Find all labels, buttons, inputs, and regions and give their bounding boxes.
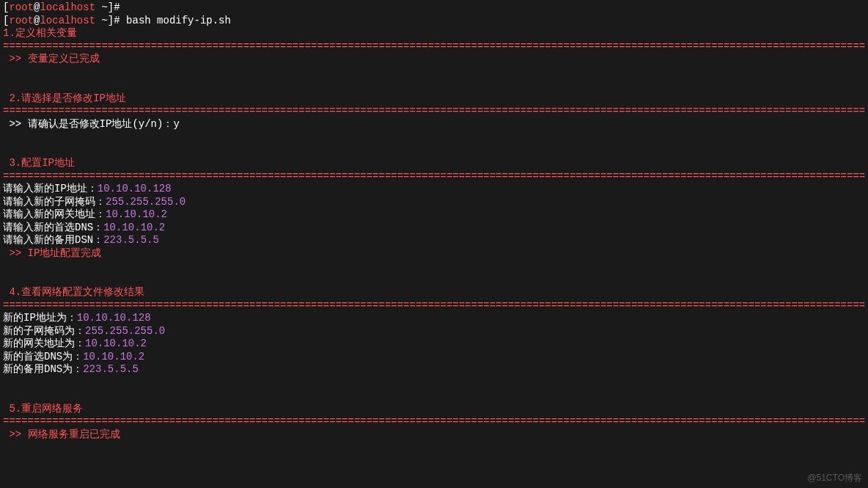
dns1-value: 10.10.10.2 (103, 222, 165, 233)
result-netmask: 新的子网掩码为：255.255.255.0 (3, 325, 865, 338)
section5-title: 5.重启网络服务 (3, 403, 865, 416)
input-gateway[interactable]: 请输入新的网关地址：10.10.10.2 (3, 208, 865, 222)
gateway-value: 10.10.10.2 (106, 208, 167, 220)
input-netmask[interactable]: 请输入新的子网掩码：255.255.255.0 (3, 196, 865, 209)
input-dns2[interactable]: 请输入新的备用DSN：223.5.5.5 (3, 234, 865, 247)
dns2-value: 223.5.5.5 (103, 234, 159, 246)
result-dns1: 新的首选DNS为：10.10.10.2 (3, 351, 865, 364)
section3-result: >> IP地址配置完成 (3, 247, 865, 261)
input-ip[interactable]: 请输入新的IP地址：10.10.10.128 (3, 183, 865, 196)
prompt-line-2[interactable]: [root@localhost ~]# bash modify-ip.sh (3, 15, 865, 28)
input-dns1[interactable]: 请输入新的首选DNS：10.10.10.2 (3, 222, 865, 235)
divider: ========================================… (3, 170, 865, 183)
section2-prompt[interactable]: >> 请确认是否修改IP地址(y/n)：y (3, 118, 865, 131)
result-ip: 新的IP地址为：10.10.10.128 (3, 312, 865, 325)
divider: ========================================… (3, 105, 865, 118)
divider: ========================================… (3, 40, 865, 54)
divider: ========================================… (3, 299, 865, 313)
section4-title: 4.查看网络配置文件修改结果 (3, 286, 865, 299)
section3-title: 3.配置IP地址 (3, 157, 865, 170)
ip-value: 10.10.10.128 (98, 183, 172, 194)
divider: ========================================… (3, 415, 865, 429)
section1-title: 1.定义相关变量 (3, 27, 865, 40)
netmask-value: 255.255.255.0 (106, 196, 185, 208)
result-dns2: 新的备用DNS为：223.5.5.5 (3, 363, 865, 376)
watermark: @51CTO博客 (807, 473, 862, 484)
section2-title: 2.请选择是否修改IP地址 (3, 92, 865, 106)
section1-result: >> 变量定义已完成 (3, 53, 865, 66)
result-gateway: 新的网关地址为：10.10.10.2 (3, 338, 865, 351)
section5-result: >> 网络服务重启已完成 (3, 429, 865, 442)
prompt-line-1: [root@localhost ~]# (3, 1, 865, 15)
confirm-input-value: y (173, 118, 179, 130)
